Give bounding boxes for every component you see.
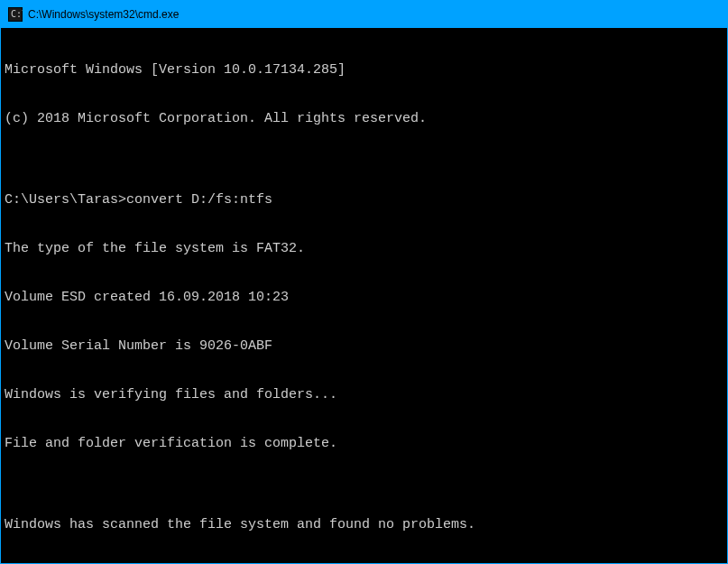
output-line: (c) 2018 Microsoft Corporation. All righ… [5, 111, 723, 127]
titlebar[interactable]: C:\ C:\Windows\system32\cmd.exe [1, 1, 727, 28]
output-line: Volume Serial Number is 9026-0ABF [5, 338, 723, 355]
window-title: C:\Windows\system32\cmd.exe [28, 8, 720, 21]
output-line: Windows is verifying files and folders..… [5, 387, 723, 403]
output-line: C:\Users\Taras>convert D:/fs:ntfs [5, 192, 723, 208]
cmd-icon: C:\ [8, 7, 23, 22]
output-line: The type of the file system is FAT32. [5, 241, 723, 257]
svg-text:C:\: C:\ [11, 9, 23, 19]
output-line: Volume ESD created 16.09.2018 10:23 [5, 290, 723, 306]
output-line: Microsoft Windows [Version 10.0.17134.28… [5, 62, 723, 79]
terminal-output[interactable]: Microsoft Windows [Version 10.0.17134.28… [1, 28, 727, 563]
output-line: File and folder verification is complete… [5, 436, 723, 452]
output-line: Windows has scanned the file system and … [5, 517, 723, 533]
cmd-window: C:\ C:\Windows\system32\cmd.exe Microsof… [0, 0, 728, 564]
